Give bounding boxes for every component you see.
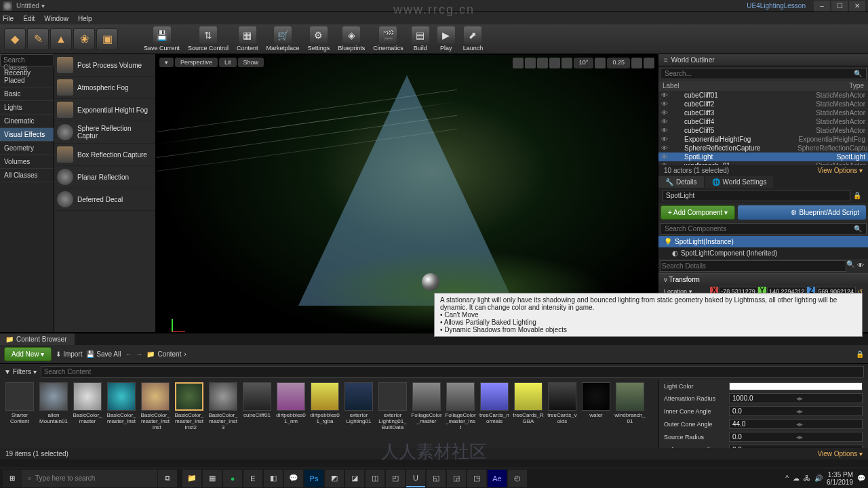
content-item[interactable]: BasicColor_master_Inst	[106, 382, 137, 430]
outliner-row[interactable]: 👁cubeCliff4StaticMeshActor	[658, 117, 868, 126]
component-root[interactable]: 💡SpotLight(Instance)	[658, 236, 868, 247]
content-item[interactable]: cubeCliff01	[241, 382, 273, 430]
actor-planar-reflection[interactable]: Planar Reflection	[54, 166, 155, 188]
soft-source-radius[interactable]: 0.0◂▸	[729, 445, 863, 448]
col-label[interactable]: Label	[663, 82, 849, 89]
blueprints-button[interactable]: ◈Blueprints	[338, 26, 365, 52]
tray-onedrive-icon[interactable]: ☁	[793, 474, 800, 482]
app-icon[interactable]: ◧	[264, 470, 283, 487]
content-item[interactable]: FoliageColor_master	[411, 382, 442, 430]
eye-icon[interactable]: 👁	[661, 127, 671, 134]
mode-cat-visual-effects[interactable]: Visual Effects	[0, 128, 54, 142]
search-classes-input[interactable]: Search Classes	[0, 54, 54, 66]
light-color-swatch[interactable]	[729, 382, 863, 390]
content-item[interactable]: BasicColor_master	[72, 382, 103, 430]
content-browser-tab[interactable]: 📁Content Browser	[0, 333, 75, 345]
vp-scale-icon[interactable]	[537, 58, 548, 68]
app-icon[interactable]: ◱	[427, 470, 446, 487]
paint-mode-icon[interactable]: ✎	[27, 28, 49, 50]
content-item[interactable]: BasicColor_master_Inst_Inst	[140, 382, 171, 430]
tray-chevron-icon[interactable]: ^	[785, 474, 789, 482]
viewport-lit[interactable]: Lit	[219, 58, 237, 67]
menu-help[interactable]: Help	[78, 15, 92, 22]
search-icon[interactable]: 🔍	[854, 225, 862, 232]
vp-snap-scale[interactable]: 0.25	[607, 58, 630, 68]
explorer-icon[interactable]: 📁	[182, 470, 201, 487]
build-button[interactable]: ▤Build	[412, 26, 429, 52]
content-item[interactable]: FoliageColor_master_Inst	[445, 382, 476, 430]
lock-icon[interactable]: 🔒	[850, 192, 864, 199]
tab-details[interactable]: 🔧Details	[658, 176, 704, 188]
chevron-right-icon[interactable]: ›	[184, 350, 186, 358]
blueprint-button[interactable]: ⚙Blueprint/Add Script	[738, 205, 866, 220]
eye-icon[interactable]: 👁	[854, 260, 867, 272]
notifications-icon[interactable]: 💬	[857, 474, 865, 482]
launch-button[interactable]: ⬈Launch	[463, 26, 484, 52]
outliner-row[interactable]: 👁cubeCliff5StaticMeshActor	[658, 126, 868, 135]
eye-icon[interactable]: 👁	[661, 92, 671, 99]
photoshop-icon[interactable]: Ps	[304, 470, 323, 487]
add-new-button[interactable]: Add New ▾	[4, 347, 52, 361]
window-title[interactable]: Untitled ▾	[16, 2, 45, 9]
search-components[interactable]	[665, 225, 854, 232]
vp-translate-icon[interactable]	[513, 58, 524, 68]
menu-window[interactable]: Window	[44, 15, 68, 22]
content-button[interactable]: ▦Content	[237, 26, 258, 52]
app-icon[interactable]: ▦	[203, 470, 222, 487]
eye-icon[interactable]: 👁	[661, 153, 671, 161]
ue4-icon[interactable]: U	[406, 470, 425, 487]
content-item[interactable]: BasicColor_master_Inst_Inst2	[174, 382, 205, 430]
maximize-button[interactable]: ☐	[831, 1, 848, 12]
vp-world-local-icon[interactable]	[549, 58, 560, 68]
source-control-button[interactable]: ⇅Source Control	[188, 26, 229, 52]
category-transform[interactable]: ▿ Transform	[658, 273, 868, 285]
content-item[interactable]: exterior Lighting01	[343, 382, 374, 430]
outliner-row[interactable]: 👁SphereReflectionCaptureSphereReflection…	[658, 144, 868, 152]
content-item[interactable]: exterior Lighting01_BuiltData	[377, 382, 408, 430]
ae-icon[interactable]: Ae	[488, 470, 507, 487]
nav-back-icon[interactable]: ←	[125, 350, 132, 358]
eye-icon[interactable]: 👁	[661, 136, 671, 143]
marketplace-button[interactable]: 🛒Marketplace	[267, 26, 300, 52]
col-type[interactable]: Type	[849, 82, 864, 89]
import-button[interactable]: ⬇ Import	[56, 350, 82, 358]
outliner-row[interactable]: 👁cubeCliff01StaticMeshActor	[658, 91, 868, 100]
breadcrumb-content[interactable]: Content	[157, 350, 181, 358]
menu-file[interactable]: File	[3, 15, 14, 22]
content-item[interactable]: treeCards_RGBA	[513, 382, 544, 430]
tab-world-settings[interactable]: 🌐World Settings	[705, 176, 774, 188]
search-icon[interactable]: 🔍	[846, 260, 854, 272]
outliner-row[interactable]: 👁cubeCliff3StaticMeshActor	[658, 108, 868, 117]
spotify-icon[interactable]: ●	[223, 470, 242, 487]
outliner-row[interactable]: 👁ExponentialHeightFogExponentialHeightFo…	[658, 135, 868, 144]
vp-snap-grid-icon[interactable]	[561, 58, 572, 68]
taskbar-clock[interactable]: 1:35 PM6/1/2019	[827, 471, 853, 486]
tray-volume-icon[interactable]: 🔊	[814, 474, 823, 482]
content-item[interactable]: Starter Content	[4, 382, 35, 430]
outliner-view-options[interactable]: View Options ▾	[817, 167, 863, 174]
eye-icon[interactable]: 👁	[661, 100, 671, 108]
epic-icon[interactable]: E	[243, 470, 262, 487]
app-icon[interactable]: ◰	[386, 470, 405, 487]
play-button[interactable]: ▶Play	[437, 26, 455, 52]
menu-edit[interactable]: Edit	[23, 15, 35, 22]
vp-rotate-icon[interactable]	[525, 58, 536, 68]
mode-cat-basic[interactable]: Basic	[0, 87, 54, 101]
landscape-mode-icon[interactable]: ▲	[50, 28, 72, 50]
content-item[interactable]: BasicColor_master_Inst3	[208, 382, 239, 430]
outliner-search[interactable]	[665, 70, 854, 77]
viewport-show[interactable]: Show	[238, 58, 264, 67]
eye-icon[interactable]: 👁	[661, 109, 671, 117]
app-icon[interactable]: ◪	[345, 470, 364, 487]
content-item[interactable]: dirtpebbles01_nm	[275, 382, 307, 430]
content-item[interactable]: dirtpebbles01_rgba	[309, 382, 340, 430]
cb-lock-icon[interactable]: 🔒	[856, 350, 864, 358]
mode-cat-geometry[interactable]: Geometry	[0, 142, 54, 155]
inner-cone-angle[interactable]: 0.0◂▸	[729, 406, 863, 416]
taskview-icon[interactable]: ⧉	[158, 470, 177, 487]
mode-cat-recent[interactable]: Recently Placed	[0, 66, 54, 87]
source-radius[interactable]: 0.0◂▸	[729, 432, 863, 442]
save-current-button[interactable]: 💾Save Current	[144, 26, 180, 52]
vp-camera-speed-icon[interactable]	[631, 58, 642, 68]
app-icon[interactable]: ◴	[508, 470, 527, 487]
